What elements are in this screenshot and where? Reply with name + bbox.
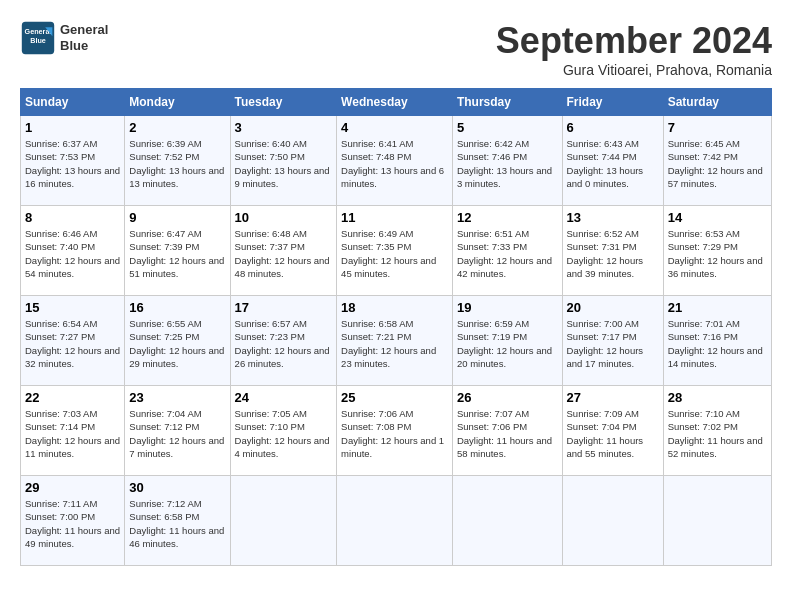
day-info: Sunrise: 7:00 AMSunset: 7:17 PMDaylight:… bbox=[567, 317, 659, 370]
table-row: 4Sunrise: 6:41 AMSunset: 7:48 PMDaylight… bbox=[337, 116, 453, 206]
table-row bbox=[337, 476, 453, 566]
table-row: 16Sunrise: 6:55 AMSunset: 7:25 PMDayligh… bbox=[125, 296, 230, 386]
col-saturday: Saturday bbox=[663, 89, 771, 116]
day-info: Sunrise: 7:05 AMSunset: 7:10 PMDaylight:… bbox=[235, 407, 333, 460]
table-row: 26Sunrise: 7:07 AMSunset: 7:06 PMDayligh… bbox=[452, 386, 562, 476]
calendar-table: Sunday Monday Tuesday Wednesday Thursday… bbox=[20, 88, 772, 566]
day-number: 5 bbox=[457, 120, 558, 135]
day-number: 24 bbox=[235, 390, 333, 405]
col-thursday: Thursday bbox=[452, 89, 562, 116]
day-number: 3 bbox=[235, 120, 333, 135]
day-info: Sunrise: 6:54 AMSunset: 7:27 PMDaylight:… bbox=[25, 317, 120, 370]
day-number: 4 bbox=[341, 120, 448, 135]
table-row bbox=[452, 476, 562, 566]
day-info: Sunrise: 6:41 AMSunset: 7:48 PMDaylight:… bbox=[341, 137, 448, 190]
day-info: Sunrise: 6:59 AMSunset: 7:19 PMDaylight:… bbox=[457, 317, 558, 370]
calendar-header-row: Sunday Monday Tuesday Wednesday Thursday… bbox=[21, 89, 772, 116]
day-info: Sunrise: 6:57 AMSunset: 7:23 PMDaylight:… bbox=[235, 317, 333, 370]
day-number: 13 bbox=[567, 210, 659, 225]
day-info: Sunrise: 7:06 AMSunset: 7:08 PMDaylight:… bbox=[341, 407, 448, 460]
table-row: 18Sunrise: 6:58 AMSunset: 7:21 PMDayligh… bbox=[337, 296, 453, 386]
calendar-week-2: 8Sunrise: 6:46 AMSunset: 7:40 PMDaylight… bbox=[21, 206, 772, 296]
table-row: 8Sunrise: 6:46 AMSunset: 7:40 PMDaylight… bbox=[21, 206, 125, 296]
col-friday: Friday bbox=[562, 89, 663, 116]
table-row: 6Sunrise: 6:43 AMSunset: 7:44 PMDaylight… bbox=[562, 116, 663, 206]
day-number: 20 bbox=[567, 300, 659, 315]
table-row bbox=[663, 476, 771, 566]
logo-icon: General Blue bbox=[20, 20, 56, 56]
table-row: 19Sunrise: 6:59 AMSunset: 7:19 PMDayligh… bbox=[452, 296, 562, 386]
table-row: 27Sunrise: 7:09 AMSunset: 7:04 PMDayligh… bbox=[562, 386, 663, 476]
day-number: 6 bbox=[567, 120, 659, 135]
day-number: 16 bbox=[129, 300, 225, 315]
table-row: 10Sunrise: 6:48 AMSunset: 7:37 PMDayligh… bbox=[230, 206, 337, 296]
day-number: 18 bbox=[341, 300, 448, 315]
day-info: Sunrise: 7:04 AMSunset: 7:12 PMDaylight:… bbox=[129, 407, 225, 460]
logo-line1: General bbox=[60, 22, 108, 38]
table-row bbox=[562, 476, 663, 566]
day-number: 14 bbox=[668, 210, 767, 225]
day-number: 11 bbox=[341, 210, 448, 225]
day-number: 28 bbox=[668, 390, 767, 405]
table-row: 3Sunrise: 6:40 AMSunset: 7:50 PMDaylight… bbox=[230, 116, 337, 206]
svg-text:Blue: Blue bbox=[30, 36, 46, 45]
day-number: 29 bbox=[25, 480, 120, 495]
table-row: 25Sunrise: 7:06 AMSunset: 7:08 PMDayligh… bbox=[337, 386, 453, 476]
calendar-week-5: 29Sunrise: 7:11 AMSunset: 7:00 PMDayligh… bbox=[21, 476, 772, 566]
table-row: 9Sunrise: 6:47 AMSunset: 7:39 PMDaylight… bbox=[125, 206, 230, 296]
calendar-week-4: 22Sunrise: 7:03 AMSunset: 7:14 PMDayligh… bbox=[21, 386, 772, 476]
table-row: 11Sunrise: 6:49 AMSunset: 7:35 PMDayligh… bbox=[337, 206, 453, 296]
day-number: 7 bbox=[668, 120, 767, 135]
day-info: Sunrise: 6:49 AMSunset: 7:35 PMDaylight:… bbox=[341, 227, 448, 280]
table-row: 24Sunrise: 7:05 AMSunset: 7:10 PMDayligh… bbox=[230, 386, 337, 476]
day-info: Sunrise: 6:53 AMSunset: 7:29 PMDaylight:… bbox=[668, 227, 767, 280]
day-number: 23 bbox=[129, 390, 225, 405]
table-row: 29Sunrise: 7:11 AMSunset: 7:00 PMDayligh… bbox=[21, 476, 125, 566]
title-area: September 2024 Gura Vitioarei, Prahova, … bbox=[496, 20, 772, 78]
day-info: Sunrise: 6:51 AMSunset: 7:33 PMDaylight:… bbox=[457, 227, 558, 280]
day-number: 25 bbox=[341, 390, 448, 405]
day-info: Sunrise: 7:10 AMSunset: 7:02 PMDaylight:… bbox=[668, 407, 767, 460]
table-row: 14Sunrise: 6:53 AMSunset: 7:29 PMDayligh… bbox=[663, 206, 771, 296]
day-number: 17 bbox=[235, 300, 333, 315]
day-info: Sunrise: 6:45 AMSunset: 7:42 PMDaylight:… bbox=[668, 137, 767, 190]
col-wednesday: Wednesday bbox=[337, 89, 453, 116]
table-row: 21Sunrise: 7:01 AMSunset: 7:16 PMDayligh… bbox=[663, 296, 771, 386]
table-row: 17Sunrise: 6:57 AMSunset: 7:23 PMDayligh… bbox=[230, 296, 337, 386]
table-row: 15Sunrise: 6:54 AMSunset: 7:27 PMDayligh… bbox=[21, 296, 125, 386]
table-row: 22Sunrise: 7:03 AMSunset: 7:14 PMDayligh… bbox=[21, 386, 125, 476]
day-number: 27 bbox=[567, 390, 659, 405]
day-info: Sunrise: 6:39 AMSunset: 7:52 PMDaylight:… bbox=[129, 137, 225, 190]
day-info: Sunrise: 6:43 AMSunset: 7:44 PMDaylight:… bbox=[567, 137, 659, 190]
day-number: 9 bbox=[129, 210, 225, 225]
day-info: Sunrise: 7:03 AMSunset: 7:14 PMDaylight:… bbox=[25, 407, 120, 460]
day-number: 8 bbox=[25, 210, 120, 225]
day-number: 1 bbox=[25, 120, 120, 135]
day-info: Sunrise: 6:55 AMSunset: 7:25 PMDaylight:… bbox=[129, 317, 225, 370]
day-info: Sunrise: 6:46 AMSunset: 7:40 PMDaylight:… bbox=[25, 227, 120, 280]
calendar-week-3: 15Sunrise: 6:54 AMSunset: 7:27 PMDayligh… bbox=[21, 296, 772, 386]
table-row: 2Sunrise: 6:39 AMSunset: 7:52 PMDaylight… bbox=[125, 116, 230, 206]
table-row: 20Sunrise: 7:00 AMSunset: 7:17 PMDayligh… bbox=[562, 296, 663, 386]
logo: General Blue General Blue bbox=[20, 20, 108, 56]
col-tuesday: Tuesday bbox=[230, 89, 337, 116]
table-row: 1Sunrise: 6:37 AMSunset: 7:53 PMDaylight… bbox=[21, 116, 125, 206]
day-info: Sunrise: 7:07 AMSunset: 7:06 PMDaylight:… bbox=[457, 407, 558, 460]
page-header: General Blue General Blue September 2024… bbox=[20, 20, 772, 78]
day-info: Sunrise: 6:58 AMSunset: 7:21 PMDaylight:… bbox=[341, 317, 448, 370]
day-number: 22 bbox=[25, 390, 120, 405]
day-info: Sunrise: 7:09 AMSunset: 7:04 PMDaylight:… bbox=[567, 407, 659, 460]
table-row: 30Sunrise: 7:12 AMSunset: 6:58 PMDayligh… bbox=[125, 476, 230, 566]
day-info: Sunrise: 6:48 AMSunset: 7:37 PMDaylight:… bbox=[235, 227, 333, 280]
table-row: 23Sunrise: 7:04 AMSunset: 7:12 PMDayligh… bbox=[125, 386, 230, 476]
table-row: 12Sunrise: 6:51 AMSunset: 7:33 PMDayligh… bbox=[452, 206, 562, 296]
day-info: Sunrise: 7:01 AMSunset: 7:16 PMDaylight:… bbox=[668, 317, 767, 370]
day-info: Sunrise: 6:40 AMSunset: 7:50 PMDaylight:… bbox=[235, 137, 333, 190]
day-number: 30 bbox=[129, 480, 225, 495]
day-number: 21 bbox=[668, 300, 767, 315]
day-number: 15 bbox=[25, 300, 120, 315]
day-number: 2 bbox=[129, 120, 225, 135]
day-info: Sunrise: 6:52 AMSunset: 7:31 PMDaylight:… bbox=[567, 227, 659, 280]
col-sunday: Sunday bbox=[21, 89, 125, 116]
day-info: Sunrise: 7:11 AMSunset: 7:00 PMDaylight:… bbox=[25, 497, 120, 550]
